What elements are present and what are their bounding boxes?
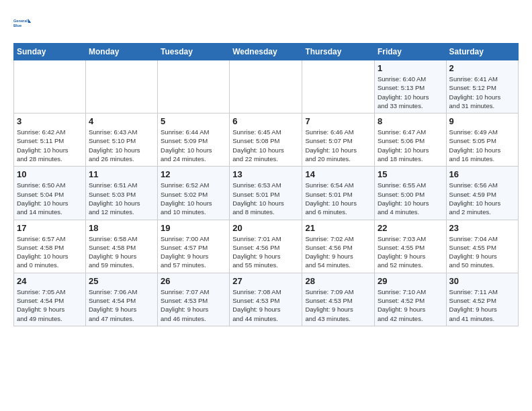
day-number: 8 bbox=[378, 116, 443, 126]
day-number: 18 bbox=[89, 223, 154, 233]
calendar-cell bbox=[230, 60, 302, 113]
day-number: 27 bbox=[232, 276, 299, 286]
day-info: Sunrise: 6:52 AM Sunset: 5:02 PM Dayligh… bbox=[161, 181, 226, 216]
day-number: 1 bbox=[378, 63, 443, 73]
calendar-table: SundayMondayTuesdayWednesdayThursdayFrid… bbox=[13, 43, 519, 326]
calendar-week-row: 3Sunrise: 6:42 AM Sunset: 5:11 PM Daylig… bbox=[14, 113, 519, 167]
day-number: 15 bbox=[378, 169, 443, 179]
weekday-row: SundayMondayTuesdayWednesdayThursdayFrid… bbox=[14, 44, 519, 60]
day-number: 28 bbox=[305, 276, 371, 286]
logo-icon: GeneralBlue bbox=[13, 13, 32, 32]
day-number: 12 bbox=[161, 169, 226, 179]
calendar-cell: 18Sunrise: 6:58 AM Sunset: 4:58 PM Dayli… bbox=[85, 220, 157, 273]
day-number: 5 bbox=[161, 116, 226, 126]
day-number: 4 bbox=[89, 116, 154, 126]
calendar-cell: 21Sunrise: 7:02 AM Sunset: 4:56 PM Dayli… bbox=[302, 220, 375, 273]
calendar-cell: 9Sunrise: 6:49 AM Sunset: 5:05 PM Daylig… bbox=[446, 113, 518, 167]
calendar-cell: 11Sunrise: 6:51 AM Sunset: 5:03 PM Dayli… bbox=[85, 167, 157, 220]
weekday-header: Friday bbox=[374, 44, 446, 60]
day-info: Sunrise: 6:41 AM Sunset: 5:12 PM Dayligh… bbox=[449, 75, 515, 110]
day-info: Sunrise: 6:50 AM Sunset: 5:04 PM Dayligh… bbox=[17, 181, 83, 216]
day-number: 23 bbox=[449, 223, 515, 233]
calendar-week-row: 24Sunrise: 7:05 AM Sunset: 4:54 PM Dayli… bbox=[14, 273, 519, 326]
page-header: GeneralBlue bbox=[13, 13, 519, 32]
day-info: Sunrise: 6:49 AM Sunset: 5:05 PM Dayligh… bbox=[449, 128, 515, 163]
day-info: Sunrise: 6:42 AM Sunset: 5:11 PM Dayligh… bbox=[17, 128, 83, 163]
day-info: Sunrise: 6:53 AM Sunset: 5:01 PM Dayligh… bbox=[232, 181, 299, 216]
calendar-cell: 7Sunrise: 6:46 AM Sunset: 5:07 PM Daylig… bbox=[302, 113, 375, 167]
day-info: Sunrise: 7:05 AM Sunset: 4:54 PM Dayligh… bbox=[17, 287, 83, 323]
calendar-week-row: 1Sunrise: 6:40 AM Sunset: 5:13 PM Daylig… bbox=[14, 60, 519, 113]
weekday-header: Tuesday bbox=[158, 44, 230, 60]
calendar-cell: 14Sunrise: 6:54 AM Sunset: 5:01 PM Dayli… bbox=[302, 167, 375, 220]
calendar-cell bbox=[158, 60, 230, 113]
svg-text:Blue: Blue bbox=[13, 24, 21, 28]
calendar-cell bbox=[302, 60, 375, 113]
calendar-cell bbox=[85, 60, 157, 113]
day-number: 7 bbox=[305, 116, 371, 126]
day-number: 16 bbox=[449, 169, 515, 179]
day-info: Sunrise: 6:54 AM Sunset: 5:01 PM Dayligh… bbox=[305, 181, 371, 216]
day-number: 25 bbox=[89, 276, 154, 286]
calendar-cell: 3Sunrise: 6:42 AM Sunset: 5:11 PM Daylig… bbox=[14, 113, 86, 167]
calendar-cell: 15Sunrise: 6:55 AM Sunset: 5:00 PM Dayli… bbox=[374, 167, 446, 220]
calendar-cell: 27Sunrise: 7:08 AM Sunset: 4:53 PM Dayli… bbox=[230, 273, 302, 326]
calendar-cell: 10Sunrise: 6:50 AM Sunset: 5:04 PM Dayli… bbox=[14, 167, 86, 220]
day-number: 20 bbox=[232, 223, 299, 233]
calendar-body: 1Sunrise: 6:40 AM Sunset: 5:13 PM Daylig… bbox=[14, 60, 519, 326]
day-number: 22 bbox=[378, 223, 443, 233]
calendar-cell: 28Sunrise: 7:09 AM Sunset: 4:53 PM Dayli… bbox=[302, 273, 375, 326]
calendar-cell: 13Sunrise: 6:53 AM Sunset: 5:01 PM Dayli… bbox=[230, 167, 302, 220]
day-number: 29 bbox=[378, 276, 443, 286]
svg-marker-2 bbox=[28, 19, 32, 23]
calendar-cell: 25Sunrise: 7:06 AM Sunset: 4:54 PM Dayli… bbox=[85, 273, 157, 326]
day-number: 21 bbox=[305, 223, 371, 233]
calendar-cell: 26Sunrise: 7:07 AM Sunset: 4:53 PM Dayli… bbox=[158, 273, 230, 326]
calendar-cell: 6Sunrise: 6:45 AM Sunset: 5:08 PM Daylig… bbox=[230, 113, 302, 167]
day-info: Sunrise: 7:00 AM Sunset: 4:57 PM Dayligh… bbox=[161, 234, 226, 270]
day-number: 2 bbox=[449, 63, 515, 73]
calendar-cell: 24Sunrise: 7:05 AM Sunset: 4:54 PM Dayli… bbox=[14, 273, 86, 326]
weekday-header: Sunday bbox=[14, 44, 86, 60]
calendar-cell: 8Sunrise: 6:47 AM Sunset: 5:06 PM Daylig… bbox=[374, 113, 446, 167]
day-info: Sunrise: 6:46 AM Sunset: 5:07 PM Dayligh… bbox=[305, 128, 371, 163]
day-number: 24 bbox=[17, 276, 83, 286]
calendar-week-row: 10Sunrise: 6:50 AM Sunset: 5:04 PM Dayli… bbox=[14, 167, 519, 220]
day-info: Sunrise: 6:55 AM Sunset: 5:00 PM Dayligh… bbox=[378, 181, 443, 216]
calendar-cell: 1Sunrise: 6:40 AM Sunset: 5:13 PM Daylig… bbox=[374, 60, 446, 113]
day-info: Sunrise: 7:10 AM Sunset: 4:52 PM Dayligh… bbox=[378, 287, 443, 323]
calendar-cell: 20Sunrise: 7:01 AM Sunset: 4:56 PM Dayli… bbox=[230, 220, 302, 273]
day-info: Sunrise: 7:11 AM Sunset: 4:52 PM Dayligh… bbox=[449, 287, 515, 323]
calendar-cell: 19Sunrise: 7:00 AM Sunset: 4:57 PM Dayli… bbox=[158, 220, 230, 273]
day-number: 30 bbox=[449, 276, 515, 286]
day-info: Sunrise: 7:04 AM Sunset: 4:55 PM Dayligh… bbox=[449, 234, 515, 270]
calendar-cell bbox=[14, 60, 86, 113]
day-number: 13 bbox=[232, 169, 299, 179]
day-info: Sunrise: 6:45 AM Sunset: 5:08 PM Dayligh… bbox=[232, 128, 299, 163]
day-number: 6 bbox=[232, 116, 299, 126]
day-number: 14 bbox=[305, 169, 371, 179]
day-info: Sunrise: 6:47 AM Sunset: 5:06 PM Dayligh… bbox=[378, 128, 443, 163]
calendar-cell: 2Sunrise: 6:41 AM Sunset: 5:12 PM Daylig… bbox=[446, 60, 518, 113]
day-info: Sunrise: 7:08 AM Sunset: 4:53 PM Dayligh… bbox=[232, 287, 299, 323]
day-info: Sunrise: 6:44 AM Sunset: 5:09 PM Dayligh… bbox=[161, 128, 226, 163]
day-number: 3 bbox=[17, 116, 83, 126]
day-number: 10 bbox=[17, 169, 83, 179]
day-number: 26 bbox=[161, 276, 226, 286]
logo: GeneralBlue bbox=[13, 13, 32, 32]
day-number: 17 bbox=[17, 223, 83, 233]
calendar-cell: 29Sunrise: 7:10 AM Sunset: 4:52 PM Dayli… bbox=[374, 273, 446, 326]
day-info: Sunrise: 7:02 AM Sunset: 4:56 PM Dayligh… bbox=[305, 234, 371, 270]
day-number: 11 bbox=[89, 169, 154, 179]
calendar-cell: 4Sunrise: 6:43 AM Sunset: 5:10 PM Daylig… bbox=[85, 113, 157, 167]
weekday-header: Saturday bbox=[446, 44, 518, 60]
day-number: 9 bbox=[449, 116, 515, 126]
day-info: Sunrise: 7:06 AM Sunset: 4:54 PM Dayligh… bbox=[89, 287, 154, 323]
day-info: Sunrise: 7:09 AM Sunset: 4:53 PM Dayligh… bbox=[305, 287, 371, 323]
calendar-cell: 23Sunrise: 7:04 AM Sunset: 4:55 PM Dayli… bbox=[446, 220, 518, 273]
calendar-cell: 12Sunrise: 6:52 AM Sunset: 5:02 PM Dayli… bbox=[158, 167, 230, 220]
calendar-cell: 16Sunrise: 6:56 AM Sunset: 4:59 PM Dayli… bbox=[446, 167, 518, 220]
day-info: Sunrise: 7:07 AM Sunset: 4:53 PM Dayligh… bbox=[161, 287, 226, 323]
day-info: Sunrise: 6:56 AM Sunset: 4:59 PM Dayligh… bbox=[449, 181, 515, 216]
calendar-cell: 30Sunrise: 7:11 AM Sunset: 4:52 PM Dayli… bbox=[446, 273, 518, 326]
